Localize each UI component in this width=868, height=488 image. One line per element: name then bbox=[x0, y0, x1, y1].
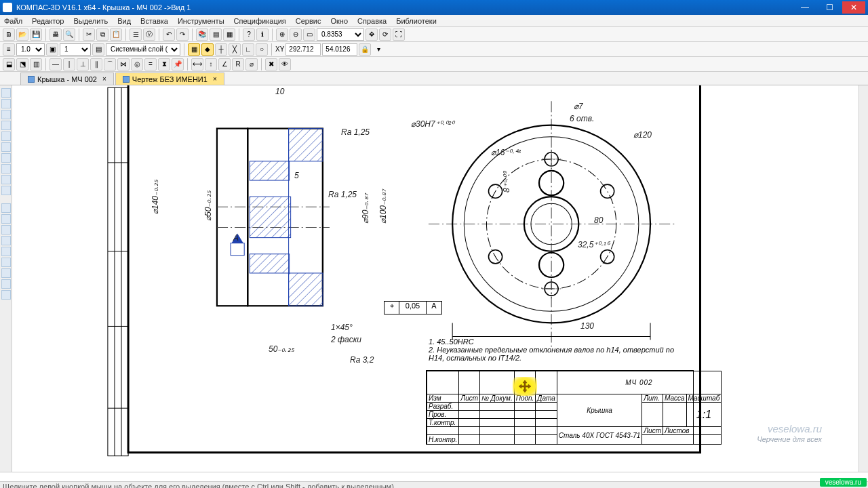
minimize-button[interactable]: — bbox=[793, 1, 816, 14]
menu-libs[interactable]: Библиотеки bbox=[396, 17, 437, 25]
hcon-icon[interactable]: — bbox=[50, 58, 62, 70]
insert-icon[interactable] bbox=[1, 186, 11, 195]
right-scroll-strip[interactable] bbox=[859, 85, 868, 472]
param2-icon[interactable]: ⬔ bbox=[16, 58, 28, 70]
save-icon[interactable]: 💾 bbox=[30, 28, 42, 41]
select-icon[interactable] bbox=[1, 153, 11, 163]
coinc-icon[interactable]: ⋈ bbox=[117, 58, 130, 70]
whatsthis-icon[interactable]: ℹ bbox=[256, 28, 269, 41]
line-tool-icon[interactable] bbox=[1, 203, 11, 213]
dim-icon[interactable] bbox=[1, 99, 11, 108]
conc-icon[interactable]: ◎ bbox=[131, 58, 143, 70]
menu-view[interactable]: Вид bbox=[117, 17, 131, 25]
fit-icon[interactable]: ⛶ bbox=[393, 28, 405, 41]
close-button[interactable]: ✕ bbox=[842, 1, 865, 14]
new-icon[interactable]: 🗎 bbox=[3, 28, 15, 41]
rect-tool-icon[interactable] bbox=[1, 236, 11, 245]
zoom-combo[interactable]: 0.8353 bbox=[317, 28, 364, 41]
ddim-icon[interactable]: ⌀ bbox=[245, 58, 258, 70]
snap-int-icon[interactable]: ╳ bbox=[229, 43, 241, 56]
fix-icon[interactable]: 📌 bbox=[172, 58, 184, 70]
zoomin-icon[interactable]: ⊕ bbox=[276, 28, 288, 41]
vcon-icon[interactable]: | bbox=[63, 58, 75, 70]
preview-icon[interactable]: 🔍 bbox=[63, 28, 75, 41]
undo-icon[interactable]: ↶ bbox=[163, 28, 175, 41]
tab-doc-2[interactable]: Чертеж БЕЗ ИМЕНИ1 × bbox=[115, 73, 224, 85]
hdim-icon[interactable]: ⟷ bbox=[191, 58, 203, 70]
spline-tool-icon[interactable] bbox=[1, 247, 11, 256]
rotate-icon[interactable]: ⟳ bbox=[379, 28, 391, 41]
redo-icon[interactable]: ↷ bbox=[176, 28, 189, 41]
spec-icon[interactable] bbox=[1, 164, 11, 174]
maximize-button[interactable]: ☐ bbox=[818, 1, 841, 14]
command-line[interactable] bbox=[0, 472, 868, 481]
paste-icon[interactable]: 📋 bbox=[110, 28, 122, 41]
menu-insert[interactable]: Вставка bbox=[140, 17, 168, 25]
menu-help[interactable]: Справка bbox=[357, 17, 387, 25]
open-icon[interactable]: 📂 bbox=[16, 28, 28, 41]
snap-end-icon[interactable]: ◆ bbox=[201, 43, 214, 56]
close-icon[interactable]: × bbox=[102, 75, 106, 83]
rdim-icon[interactable]: R bbox=[232, 58, 244, 70]
menu-spec[interactable]: Спецификация bbox=[234, 17, 286, 25]
measure-icon[interactable] bbox=[1, 142, 11, 152]
props-icon[interactable]: ☰ bbox=[130, 28, 142, 41]
round-icon[interactable]: ○ bbox=[256, 43, 268, 56]
vdim-icon[interactable]: ↕ bbox=[205, 58, 217, 70]
coord-drop-icon[interactable]: ▾ bbox=[372, 43, 384, 56]
par-icon[interactable]: ∥ bbox=[90, 58, 102, 70]
adim-icon[interactable]: ∠ bbox=[218, 58, 231, 70]
show-con-icon[interactable]: 👁 bbox=[279, 58, 291, 70]
menu-tools[interactable]: Инструменты bbox=[178, 17, 224, 25]
sym-icon[interactable]: ⧗ bbox=[158, 58, 170, 70]
coord-y[interactable]: 54.0126 bbox=[322, 43, 357, 56]
layer-name-combo[interactable]: Системный слой (0) bbox=[106, 43, 180, 56]
lineweight-combo[interactable]: 1.0 bbox=[16, 43, 45, 56]
param3-icon[interactable]: ▥ bbox=[30, 58, 42, 70]
hatch-tool-icon[interactable] bbox=[1, 268, 11, 278]
circle-tool-icon[interactable] bbox=[1, 214, 11, 224]
menu-service[interactable]: Сервис bbox=[296, 17, 321, 25]
param-icon[interactable] bbox=[1, 131, 11, 141]
report-icon[interactable] bbox=[1, 175, 11, 184]
del-con-icon[interactable]: ✖ bbox=[265, 58, 277, 70]
zoomwin-icon[interactable]: ▭ bbox=[303, 28, 315, 41]
help-icon[interactable]: ? bbox=[243, 28, 255, 41]
close-icon[interactable]: × bbox=[213, 75, 217, 83]
menu-file[interactable]: Файл bbox=[4, 17, 22, 25]
equal-icon[interactable]: = bbox=[144, 58, 157, 70]
param1-icon[interactable]: ⬓ bbox=[3, 58, 15, 70]
snap-grid-icon[interactable]: ▦ bbox=[188, 43, 200, 56]
lib-icon[interactable]: 📚 bbox=[196, 28, 208, 41]
layer-num-combo[interactable]: 1 bbox=[60, 43, 91, 56]
spec-icon[interactable]: ▤ bbox=[210, 28, 222, 41]
copy-icon[interactable]: ⧉ bbox=[96, 28, 108, 41]
coord-lock-icon[interactable]: 🔒 bbox=[359, 43, 371, 56]
spec2-icon[interactable]: ▦ bbox=[223, 28, 235, 41]
menu-select[interactable]: Выделить bbox=[73, 17, 108, 25]
geom-icon[interactable] bbox=[1, 88, 11, 98]
drawing-canvas[interactable]: ⌀7 6 отв. ⌀120 ⌀16⁻⁰·⁴³ 80 32,5⁺⁰·¹⁶ 130… bbox=[12, 85, 859, 472]
ortho-icon[interactable]: ∟ bbox=[242, 43, 254, 56]
arc-tool-icon[interactable] bbox=[1, 225, 11, 235]
pan-icon[interactable]: ✥ bbox=[366, 28, 378, 41]
table-tool-icon[interactable] bbox=[1, 290, 11, 300]
coord-x[interactable]: 292.712 bbox=[285, 43, 321, 56]
cut-icon[interactable]: ✂ bbox=[83, 28, 95, 41]
point-tool-icon[interactable] bbox=[1, 258, 11, 267]
menu-edit[interactable]: Редактор bbox=[32, 17, 64, 25]
layer-icon[interactable]: ▣ bbox=[46, 43, 58, 56]
linestyle-icon[interactable]: ≡ bbox=[3, 43, 15, 56]
menu-window[interactable]: Окно bbox=[330, 17, 348, 25]
text-tool-icon[interactable] bbox=[1, 279, 11, 289]
vars-icon[interactable]: ⓥ bbox=[143, 28, 155, 41]
edit-icon[interactable] bbox=[1, 121, 11, 130]
tab-doc-1[interactable]: Крышка - МЧ 002 × bbox=[20, 73, 114, 85]
label-icon[interactable] bbox=[1, 110, 11, 119]
zoomout-icon[interactable]: ⊖ bbox=[290, 28, 302, 41]
print-icon[interactable]: 🖶 bbox=[50, 28, 62, 41]
snap-mid-icon[interactable]: ┼ bbox=[215, 43, 227, 56]
layers-icon[interactable]: ▤ bbox=[92, 43, 104, 56]
perp-icon[interactable]: ⊥ bbox=[77, 58, 89, 70]
tan-icon[interactable]: ⌒ bbox=[104, 58, 116, 70]
